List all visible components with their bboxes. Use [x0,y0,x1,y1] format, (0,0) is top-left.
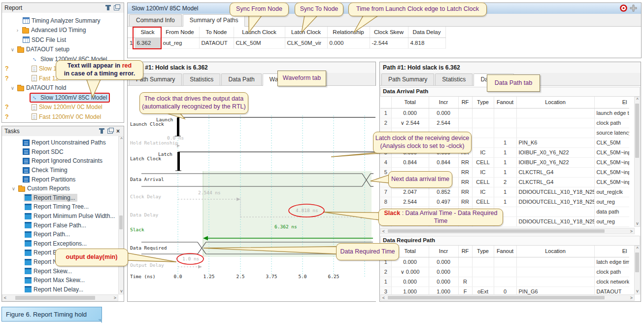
table-cell[interactable]: CLK_50M~inp [594,177,629,187]
table-cell[interactable]: 3 [380,287,391,294]
scroll-left-arrow[interactable]: < [381,295,386,301]
table-cell[interactable]: 1.000 [391,287,429,294]
tree-item-timing-analyzer-summary[interactable]: Timing Analyzer Summary [2,16,124,26]
table-cell[interactable]: 2 [380,118,391,128]
table-cell[interactable]: IC [472,167,494,177]
tree-item-hold-slow-85c[interactable]: ↔Slow 1200mV 85C Model [2,93,124,103]
table-row[interactable]: 72.0470.852RRIC1DDIOOUTCELL_X10_Y18_N25o… [380,187,629,197]
scroll-up-arrow[interactable]: ^ [635,97,640,103]
table-row[interactable]: 2∨ 2.5442.544clock path [380,118,629,128]
table-cell[interactable] [494,277,516,287]
scroll-up-arrow[interactable]: ^ [119,137,124,142]
table-row[interactable]: 16.362out_regDATAOUTCLK_50MCLK_50M_vir0.… [128,37,445,48]
table-cell[interactable]: 2.544 [429,118,458,128]
scroll-left-arrow[interactable]: < [381,229,386,234]
table-row[interactable]: 10.0000.000Rclock network [380,277,629,287]
table-cell[interactable] [494,257,516,267]
table-cell[interactable] [516,118,594,128]
table-cell[interactable]: out_reg [161,37,199,48]
table-cell[interactable]: ∨ 0.000 [391,267,429,277]
table-row[interactable]: 82.5440.497RRCELL1DDIOOUTCELL_X10_Y18_N2… [380,197,629,207]
table-cell[interactable]: F [458,287,472,294]
scrollbar-thumb[interactable] [635,104,639,158]
table-cell[interactable] [472,277,494,287]
task-report-sdc[interactable]: Report SDC [2,147,118,157]
tree-item-dataout-hold[interactable]: ∨DATAOUT hold [2,83,124,93]
table-cell[interactable] [472,257,494,267]
task-report-skew[interactable]: Report Skew... [2,266,118,276]
scroll-down-arrow[interactable]: v [635,221,640,226]
pin-icon[interactable] [101,129,103,134]
scroll-up-arrow[interactable]: ^ [635,246,640,252]
table-cell[interactable]: 2 [380,267,391,277]
task-report-minimum-pulse-width[interactable]: Report Minimum Pulse Width... [2,212,118,221]
scrollbar-thumb[interactable] [119,216,123,229]
table-row[interactable]: 2∨ 0.0000.000clock path [380,267,629,277]
table-cell[interactable] [458,118,472,128]
scrollbar-thumb[interactable] [388,296,605,299]
task-report-partitions[interactable]: Report Partitions [2,175,118,184]
tree-item-sdc-file-list[interactable]: SDC File List [2,35,124,45]
task-report-path[interactable]: Report Path... [2,230,118,239]
waveform-viewer[interactable]: Launch Clock Launch Hold Relationship 0.… [128,86,376,301]
table-cell[interactable]: 0 [494,287,516,294]
table-cell[interactable]: 2.047 [391,187,429,197]
table-cell[interactable]: 0.844 [429,157,458,167]
table-cell[interactable]: CLK_50M~inp [594,167,629,177]
table-cell[interactable]: CELL [472,197,494,207]
close-icon[interactable]: × [116,128,120,135]
scroll-left-arrow[interactable]: < [2,295,8,301]
table-cell[interactable] [494,118,516,128]
tree-item-hold-slow-0c[interactable]: ?Slow 1200mV 0C Model [2,103,124,112]
table-cell[interactable]: 0.000 [429,257,458,267]
table-cell[interactable]: 2 [494,177,516,187]
table-cell[interactable]: 0.000 [391,108,429,118]
table-cell[interactable]: 0.000 [391,277,429,287]
table-cell[interactable]: IOIBUF_X0_Y6_N22 [516,147,594,157]
table-cell[interactable] [516,207,594,217]
table-cell[interactable]: 1 [494,138,516,147]
table-cell[interactable]: DDIOOUTCELL_X10_Y18_N25 [516,187,594,197]
horizontal-scrollbar[interactable]: < > [380,228,635,234]
table-cell[interactable]: 8 [380,197,391,207]
table-cell[interactable]: out_reg [594,217,629,226]
table-cell[interactable]: 1 [494,167,516,177]
table-cell[interactable]: RR [458,197,472,207]
table-cell[interactable] [458,257,472,267]
table-cell[interactable]: IC [472,187,494,197]
table-cell[interactable] [472,128,494,138]
tab-data-path[interactable]: Data Path [221,73,261,85]
vertical-scrollbar[interactable]: ^ v [634,97,640,227]
task-check-timing[interactable]: Check Timing [2,166,118,175]
table-cell[interactable]: 0.000 [429,108,458,118]
scroll-right-arrow[interactable]: > [629,295,634,301]
table-cell[interactable]: 1 [380,108,391,118]
table-cell[interactable]: CLK_50M [594,138,629,147]
table-cell[interactable]: RR [458,187,472,197]
table-cell[interactable]: CLK_50M_vir [285,37,327,48]
table-cell[interactable]: DATAOUT [199,37,234,48]
table-cell[interactable]: clock network [594,277,629,287]
table-cell[interactable] [458,108,472,118]
task-report-net-delay[interactable]: Report Net Delay... [2,285,118,294]
vertical-scrollbar[interactable]: ^ v [634,246,640,294]
scroll-right-arrow[interactable]: > [629,229,634,234]
table-cell[interactable]: DDIOOUTCELL_X10_Y18_N25 [516,197,594,207]
table-row[interactable]: 10.0000.000launch edge ti [380,108,629,118]
table-cell[interactable]: 4.818 [408,37,445,48]
table-cell[interactable]: IC [472,147,494,157]
scroll-down-arrow[interactable]: v [119,289,124,294]
table-row[interactable]: 31.0001.000FoExt0PIN_G6DATAOUT [380,287,629,294]
task-report-ignored-constraints[interactable]: Report Ignored Constraints [2,156,118,166]
table-cell[interactable] [516,277,594,287]
table-cell[interactable] [472,267,494,277]
table-cell[interactable]: clock path [594,267,629,277]
table-cell[interactable] [516,267,594,277]
table-cell[interactable]: 1 [494,147,516,157]
table-cell[interactable]: oExt [472,287,494,294]
detach-icon[interactable] [630,4,637,12]
scrollbar-thumb[interactable] [388,229,605,233]
scroll-down-arrow[interactable]: v [635,289,640,294]
table-cell[interactable]: 0.000 [429,267,458,277]
table-cell[interactable]: 7 [380,187,391,197]
